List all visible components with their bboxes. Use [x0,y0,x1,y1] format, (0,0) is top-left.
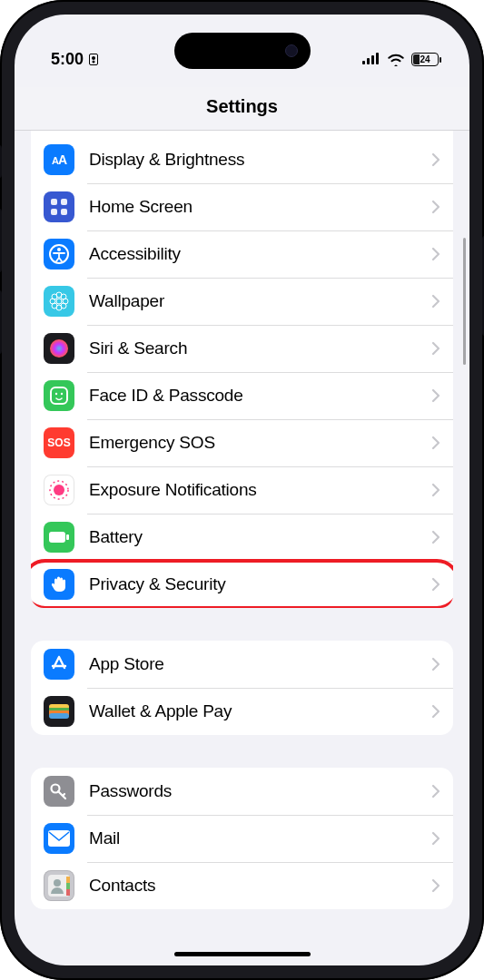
svg-rect-7 [61,209,67,215]
settings-row-label: Mail [89,828,431,848]
chevron-right-icon [431,831,440,846]
settings-row-battery[interactable]: Battery [31,514,453,561]
settings-row-label: Privacy & Security [89,574,431,594]
svg-point-23 [54,485,64,495]
settings-group-store: App StoreWallet & Apple Pay [31,641,453,735]
privacy-icon [44,569,74,600]
display-icon: AA [44,144,74,175]
svg-point-15 [52,294,57,299]
battery-pct: 24 [420,54,430,64]
settings-row-siri[interactable]: Siri & Search [31,325,453,372]
settings-row-label: Passwords [89,781,431,801]
settings-row-label: Contacts [89,876,431,896]
contacts-icon [44,870,74,901]
settings-row-home[interactable]: Home Screen [31,183,453,230]
svg-rect-1 [367,58,370,64]
settings-row-exposure[interactable]: Exposure Notifications [31,466,453,514]
svg-point-22 [61,393,63,395]
svg-rect-38 [66,889,70,896]
svg-point-18 [61,303,66,309]
chevron-right-icon [431,530,440,544]
appstore-icon [44,649,74,680]
chevron-right-icon [431,483,440,497]
settings-row-label: Home Screen [89,197,431,217]
settings-row-wallet[interactable]: Wallet & Apple Pay [31,688,453,735]
svg-point-21 [55,393,57,395]
settings-scroll[interactable]: AADisplay & BrightnessHome ScreenAccessi… [15,131,469,965]
battery-indicator: 24 [411,53,439,66]
scrollbar[interactable] [463,238,467,365]
settings-row-privacy[interactable]: Privacy & Security [31,561,453,608]
svg-rect-37 [66,883,70,889]
passwords-icon [44,776,74,807]
svg-rect-20 [51,387,67,404]
chevron-right-icon [431,436,440,450]
settings-row-label: Face ID & Passcode [89,386,431,406]
svg-rect-33 [48,830,70,847]
status-left: 5:00 [51,50,98,69]
settings-row-label: Emergency SOS [89,433,431,453]
screen: 5:00 24 [15,15,469,965]
chevron-right-icon [431,294,440,309]
front-camera [285,44,298,57]
settings-row-contacts[interactable]: Contacts [31,862,453,909]
settings-row-wallpaper[interactable]: Wallpaper [31,278,453,325]
volume-down-button [0,290,2,354]
svg-point-35 [54,879,61,887]
dynamic-island [174,33,311,69]
status-time: 5:00 [51,50,84,69]
settings-group-apps: PasswordsMailContacts [31,768,453,909]
settings-row-mail[interactable]: Mail [31,815,453,862]
settings-row-sos[interactable]: SOSEmergency SOS [31,419,453,466]
sos-icon: SOS [44,427,74,458]
svg-rect-3 [376,53,379,64]
svg-point-19 [50,339,68,358]
chevron-right-icon [431,388,440,403]
settings-row-label: Exposure Notifications [89,480,431,500]
svg-rect-6 [51,209,57,215]
svg-point-17 [52,303,57,309]
settings-row-label: Siri & Search [89,338,431,358]
settings-row-label: Display & Brightness [89,150,431,170]
settings-row-accessibility[interactable]: Accessibility [31,230,453,278]
mail-icon [44,823,74,854]
status-right: 24 [362,53,439,66]
wallpaper-icon [44,286,74,317]
svg-rect-0 [362,61,365,64]
home-icon [44,191,74,222]
volume-up-button [0,209,2,272]
chevron-right-icon [431,247,440,261]
svg-point-16 [61,294,66,299]
settings-row-label: App Store [89,654,431,674]
settings-row-label: Accessibility [89,244,431,264]
svg-rect-26 [66,534,69,540]
cellular-signal-icon [362,53,380,65]
svg-rect-31 [49,713,69,719]
exposure-icon [44,475,74,505]
home-indicator[interactable] [174,952,311,957]
side-switch [0,145,2,178]
settings-row-faceid[interactable]: Face ID & Passcode [31,372,453,419]
wifi-icon [387,53,405,66]
siri-icon [44,333,74,364]
svg-rect-2 [371,55,374,64]
chevron-right-icon [431,878,440,893]
settings-group-general: AADisplay & BrightnessHome ScreenAccessi… [31,131,453,608]
svg-point-9 [57,248,61,251]
chevron-right-icon [431,341,440,356]
settings-row-display[interactable]: AADisplay & Brightness [31,136,453,183]
settings-row-appstore[interactable]: App Store [31,641,453,688]
chevron-right-icon [431,657,440,671]
svg-rect-4 [51,199,57,205]
settings-row-label: Wallet & Apple Pay [89,701,431,721]
page-title: Settings [15,87,469,131]
chevron-right-icon [431,784,440,799]
settings-row-label: Wallpaper [89,291,431,311]
chevron-right-icon [431,200,440,214]
svg-rect-36 [66,877,70,883]
wallet-icon [44,696,74,727]
accessibility-icon [44,239,74,270]
settings-row-passwords[interactable]: Passwords [31,768,453,815]
chevron-right-icon [431,577,440,592]
id-card-icon [89,54,98,65]
